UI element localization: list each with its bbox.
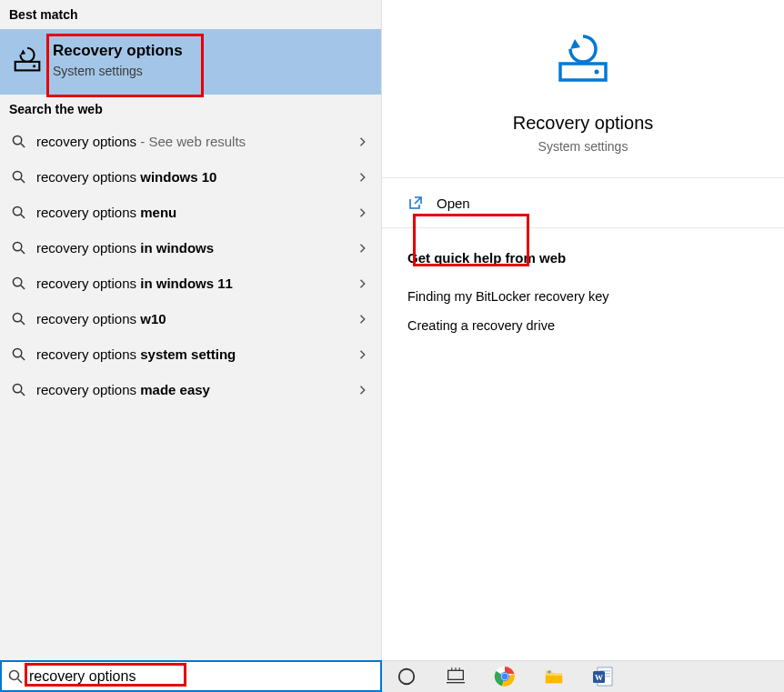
- chevron-right-icon[interactable]: [354, 173, 372, 182]
- search-icon: [7, 206, 29, 219]
- search-icon: [7, 347, 29, 361]
- svg-point-4: [13, 171, 21, 179]
- taskbar: W: [382, 660, 784, 692]
- search-suggestions-list: recovery options - See web resultsrecove…: [0, 124, 381, 407]
- search-icon: [7, 170, 29, 184]
- chevron-right-icon[interactable]: [354, 315, 372, 324]
- open-label: Open: [437, 196, 470, 211]
- svg-rect-0: [15, 62, 40, 71]
- svg-line-13: [20, 321, 24, 325]
- chevron-right-icon[interactable]: [354, 386, 372, 395]
- search-suggestion-item[interactable]: recovery options w10: [0, 301, 381, 336]
- search-suggestion-text: recovery options in windows: [29, 240, 354, 256]
- search-suggestion-text: recovery options w10: [29, 311, 354, 326]
- search-icon: [7, 383, 29, 396]
- search-suggestion-text: recovery options system setting: [29, 346, 354, 362]
- svg-point-22: [399, 669, 415, 685]
- annotation-highlight: [25, 663, 186, 687]
- svg-point-10: [13, 277, 21, 286]
- svg-rect-32: [546, 676, 562, 683]
- quick-help-link[interactable]: Finding my BitLocker recovery key: [407, 282, 759, 311]
- search-suggestion-item[interactable]: recovery options system setting: [0, 336, 381, 372]
- search-suggestion-text: recovery options windows 10: [29, 169, 354, 185]
- search-suggestion-item[interactable]: recovery options in windows 11: [0, 266, 381, 301]
- svg-point-19: [595, 70, 599, 75]
- recovery-icon: [9, 42, 45, 78]
- svg-point-12: [13, 313, 21, 321]
- search-suggestion-text: recovery options - See web results: [29, 134, 354, 149]
- search-suggestion-item[interactable]: recovery options made easy: [0, 372, 381, 407]
- svg-line-9: [20, 250, 24, 254]
- search-icon: [7, 669, 24, 684]
- svg-line-7: [20, 215, 24, 218]
- word-icon[interactable]: W: [591, 665, 615, 688]
- preview-subtitle: System settings: [538, 139, 628, 154]
- annotation-highlight: [46, 34, 204, 97]
- chevron-right-icon[interactable]: [354, 244, 372, 253]
- search-suggestion-text: recovery options made easy: [29, 382, 354, 397]
- svg-point-20: [10, 670, 19, 679]
- search-suggestion-item[interactable]: recovery options menu: [0, 195, 381, 230]
- chrome-icon[interactable]: [493, 665, 517, 688]
- svg-line-15: [20, 356, 24, 360]
- svg-line-5: [20, 179, 24, 183]
- search-results-panel: Best match Recovery options System setti…: [0, 0, 382, 660]
- search-suggestion-item[interactable]: recovery options windows 10: [0, 159, 381, 195]
- svg-line-11: [20, 286, 24, 289]
- svg-point-6: [13, 206, 21, 215]
- quick-help-link[interactable]: Creating a recovery drive: [407, 311, 759, 340]
- open-external-icon: [407, 195, 424, 211]
- svg-line-3: [20, 144, 24, 147]
- svg-text:W: W: [595, 673, 603, 682]
- search-suggestion-text: recovery options menu: [29, 205, 354, 220]
- annotation-highlight: [413, 214, 529, 266]
- chevron-right-icon[interactable]: [354, 350, 372, 359]
- svg-line-21: [18, 678, 23, 683]
- svg-point-16: [13, 384, 21, 392]
- chevron-right-icon[interactable]: [354, 279, 372, 288]
- preview-panel: Recovery options System settings Open Ge…: [382, 0, 784, 660]
- task-view-icon[interactable]: [444, 665, 467, 688]
- search-icon: [7, 312, 29, 326]
- recovery-icon-large: [551, 27, 615, 91]
- best-match-header: Best match: [0, 0, 381, 29]
- svg-point-14: [13, 348, 21, 356]
- svg-rect-23: [448, 670, 464, 679]
- search-icon: [7, 241, 29, 255]
- search-suggestion-item[interactable]: recovery options in windows: [0, 230, 381, 266]
- chevron-right-icon[interactable]: [354, 137, 372, 146]
- svg-line-17: [20, 392, 24, 396]
- svg-rect-33: [548, 671, 551, 674]
- svg-point-2: [13, 135, 21, 144]
- search-suggestion-item[interactable]: recovery options - See web results: [0, 124, 381, 159]
- chevron-right-icon[interactable]: [354, 208, 372, 217]
- file-explorer-icon[interactable]: [542, 665, 566, 688]
- cortana-icon[interactable]: [395, 665, 418, 688]
- search-web-header: Search the web: [0, 95, 381, 124]
- search-icon: [7, 135, 29, 148]
- svg-point-31: [502, 674, 508, 680]
- preview-title: Recovery options: [513, 113, 654, 134]
- search-icon: [7, 276, 29, 290]
- search-suggestion-text: recovery options in windows 11: [29, 276, 354, 291]
- svg-point-1: [33, 65, 35, 67]
- svg-point-8: [13, 242, 21, 250]
